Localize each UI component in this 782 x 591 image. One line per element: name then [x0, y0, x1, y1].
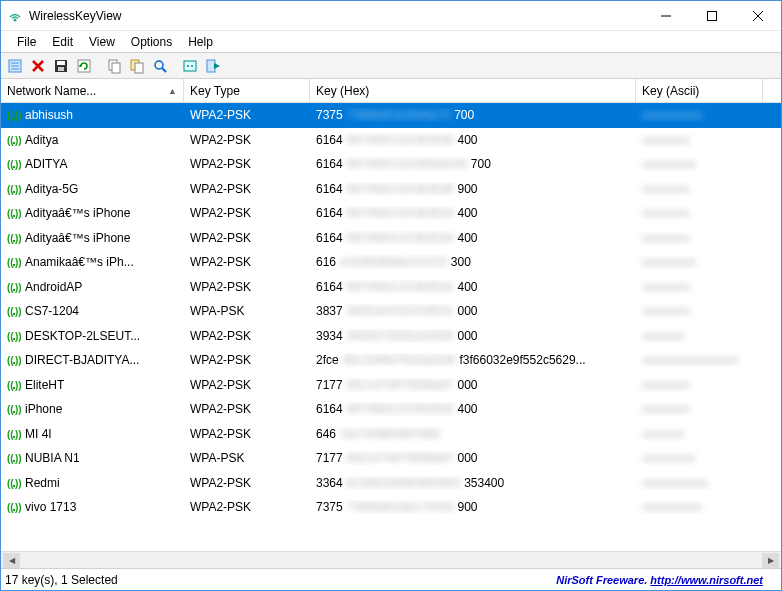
cell-key-type: WPA2-PSK: [184, 427, 310, 441]
tool-refresh-icon[interactable]: [74, 56, 94, 76]
column-key-type[interactable]: Key Type: [184, 79, 310, 102]
svg-text:)): )): [15, 502, 21, 513]
list-body[interactable]: (())abhisushWPA2-PSK7375736f6d6162646a73…: [1, 103, 781, 551]
cell-network-name: (())Aditya: [1, 133, 184, 147]
tool-copy-icon[interactable]: [104, 56, 124, 76]
cell-network-name: (())Anamikaâ€™s iPh...: [1, 255, 184, 269]
cell-key-hex: 336461386330663983803353400: [310, 476, 636, 490]
table-row[interactable]: (())Anamikaâ€™s iPh...WPA2-PSK616e1b49d9…: [1, 250, 781, 275]
scroll-left-button[interactable]: ◀: [3, 553, 20, 568]
menu-options[interactable]: Options: [123, 33, 180, 51]
cell-network-name: (())ADITYA: [1, 157, 184, 171]
cell-network-name: (())abhisush: [1, 108, 184, 122]
cell-key-type: WPA2-PSK: [184, 500, 310, 514]
cell-key-type: WPA2-PSK: [184, 108, 310, 122]
svg-text:((: ((: [7, 453, 14, 464]
table-row[interactable]: (())DIRECT-BJADITYA...WPA2-PSK2fce80c184…: [1, 348, 781, 373]
table-row[interactable]: (())CS7-1204WPA-PSK383736353433323165310…: [1, 299, 781, 324]
list-header: Network Name...▲ Key Type Key (Hex) Key …: [1, 79, 781, 103]
svg-rect-17: [112, 63, 120, 73]
table-row[interactable]: (())iPhoneWPA2-PSK6164697458313236353540…: [1, 397, 781, 422]
cell-key-type: WPA2-PSK: [184, 231, 310, 245]
horizontal-scrollbar[interactable]: ◀ ▶: [1, 551, 781, 568]
table-row[interactable]: (())MI 4IWPA2-PSK64616c7e5864697668xxxxx…: [1, 422, 781, 447]
status-credit: NirSoft Freeware. http://www.nirsoft.net: [556, 574, 781, 586]
close-button[interactable]: [735, 1, 781, 31]
cell-key-type: WPA-PSK: [184, 451, 310, 465]
cell-key-ascii: xxxxxxxxx: [636, 451, 763, 465]
tool-save-icon[interactable]: [51, 56, 71, 76]
svg-rect-2: [708, 11, 717, 20]
maximize-button[interactable]: [689, 1, 735, 31]
svg-rect-19: [135, 63, 143, 73]
cell-key-type: WPA2-PSK: [184, 157, 310, 171]
cell-network-name: (())MI 4I: [1, 427, 184, 441]
table-row[interactable]: (())AndroidAPWPA2-PSK6164697458313236353…: [1, 275, 781, 300]
svg-text:((: ((: [7, 331, 14, 342]
minimize-button[interactable]: [643, 1, 689, 31]
svg-text:((: ((: [7, 355, 14, 366]
table-row[interactable]: (())Aditya-5GWPA2-PSK6164697458313236353…: [1, 177, 781, 202]
cell-key-type: WPA2-PSK: [184, 353, 310, 367]
table-row[interactable]: (())vivo 1713WPA2-PSK737573686d614b17343…: [1, 495, 781, 520]
table-row[interactable]: (())EliteHTWPA2-PSK71776521474875556b970…: [1, 373, 781, 398]
menu-edit[interactable]: Edit: [44, 33, 81, 51]
cell-network-name: (())vivo 1713: [1, 500, 184, 514]
column-key-ascii[interactable]: Key (Ascii): [636, 79, 763, 102]
cell-key-type: WPA-PSK: [184, 304, 310, 318]
table-row[interactable]: (())AdityaWPA2-PSK6164697458313236353540…: [1, 128, 781, 153]
svg-text:)): )): [15, 355, 21, 366]
tool-copy-all-icon[interactable]: [127, 56, 147, 76]
cell-key-ascii: xxxxxxxx: [636, 304, 763, 318]
table-row[interactable]: (())abhisushWPA2-PSK7375736f6d6162646a73…: [1, 103, 781, 128]
cell-key-ascii: xxxxxxxx: [636, 280, 763, 294]
table-row[interactable]: (())ADITYAWPA2-PSK6164697458313236583435…: [1, 152, 781, 177]
app-icon: [7, 8, 23, 24]
cell-key-type: WPA2-PSK: [184, 133, 310, 147]
svg-rect-12: [57, 61, 65, 65]
table-row[interactable]: (())RedmiWPA2-PSK33646138633066398380335…: [1, 471, 781, 496]
column-key-hex[interactable]: Key (Hex): [310, 79, 636, 102]
tool-options-icon[interactable]: [180, 56, 200, 76]
svg-text:)): )): [15, 453, 21, 464]
cell-key-hex: 616e1b49d98da313233300: [310, 255, 636, 269]
svg-text:)): )): [15, 429, 21, 440]
nirsoft-link[interactable]: http://www.nirsoft.net: [650, 574, 763, 586]
status-text: 17 key(s), 1 Selected: [1, 573, 556, 587]
svg-text:((: ((: [7, 282, 14, 293]
cell-key-hex: 38373635343332316531000: [310, 304, 636, 318]
svg-text:((: ((: [7, 233, 14, 244]
table-row[interactable]: (())Adityaâ€™s iPhoneWPA2-PSK61646974583…: [1, 201, 781, 226]
svg-text:((: ((: [7, 135, 14, 146]
svg-text:)): )): [15, 159, 21, 170]
svg-text:)): )): [15, 208, 21, 219]
scroll-track[interactable]: [20, 553, 762, 568]
svg-point-0: [14, 18, 17, 21]
svg-text:)): )): [15, 306, 21, 317]
menu-view[interactable]: View: [81, 33, 123, 51]
table-row[interactable]: (())Adityaâ€™s iPhoneWPA2-PSK61646974583…: [1, 226, 781, 251]
table-row[interactable]: (())DESKTOP-2LSEUT...WPA2-PSK39343839373…: [1, 324, 781, 349]
menu-help[interactable]: Help: [180, 33, 221, 51]
cell-key-hex: 6164697458313236583435700: [310, 157, 636, 171]
cell-key-type: WPA2-PSK: [184, 255, 310, 269]
tool-properties-icon[interactable]: [5, 56, 25, 76]
cell-key-hex: 71776521474875556b97000: [310, 378, 636, 392]
tool-find-icon[interactable]: [150, 56, 170, 76]
scroll-right-button[interactable]: ▶: [762, 553, 779, 568]
tool-exit-icon[interactable]: [203, 56, 223, 76]
svg-text:)): )): [15, 282, 21, 293]
svg-marker-26: [214, 63, 220, 69]
svg-text:)): )): [15, 380, 21, 391]
svg-text:((: ((: [7, 404, 14, 415]
table-row[interactable]: (())NUBIA N1WPA-PSK71776521474875556b970…: [1, 446, 781, 471]
tool-delete-icon[interactable]: [28, 56, 48, 76]
svg-line-21: [162, 68, 166, 72]
svg-text:((: ((: [7, 478, 14, 489]
cell-network-name: (())EliteHT: [1, 378, 184, 392]
svg-text:)): )): [15, 110, 21, 121]
menu-file[interactable]: File: [9, 33, 44, 51]
svg-text:((: ((: [7, 257, 14, 268]
cell-key-ascii: xxxxxxxx: [636, 402, 763, 416]
column-network-name[interactable]: Network Name...▲: [1, 79, 184, 102]
